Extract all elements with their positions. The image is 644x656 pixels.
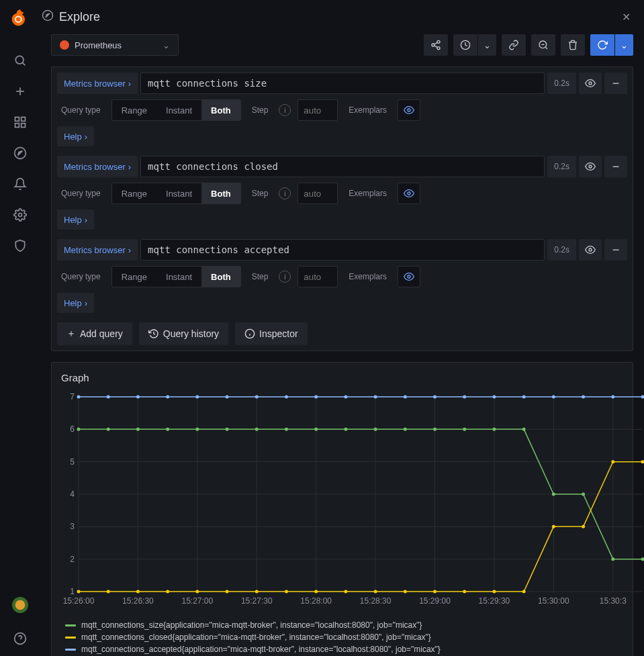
svg-point-77 bbox=[344, 428, 347, 431]
step-input[interactable] bbox=[297, 183, 338, 204]
help-icon[interactable] bbox=[7, 625, 34, 652]
svg-point-103 bbox=[522, 590, 526, 594]
remove-query-button[interactable]: − bbox=[604, 239, 627, 261]
legend-label: mqtt_connections_accepted{application="m… bbox=[81, 645, 441, 654]
svg-rect-8 bbox=[21, 124, 26, 128]
svg-point-120 bbox=[433, 395, 436, 399]
minus-icon: − bbox=[612, 244, 620, 256]
eye-icon bbox=[585, 161, 596, 172]
svg-text:15:29:00: 15:29:00 bbox=[419, 596, 451, 606]
query-type-option[interactable]: Instant bbox=[156, 100, 201, 120]
run-query-button[interactable] bbox=[590, 34, 614, 56]
run-interval-dropdown[interactable]: ⌄ bbox=[614, 34, 633, 56]
step-info-icon[interactable]: i bbox=[279, 187, 291, 199]
search-icon[interactable] bbox=[7, 47, 34, 74]
query-input[interactable] bbox=[140, 156, 545, 177]
svg-point-74 bbox=[255, 428, 259, 431]
legend-item[interactable]: mqtt_connections_accepted{application="m… bbox=[65, 643, 626, 655]
svg-point-124 bbox=[552, 395, 555, 399]
clear-button[interactable] bbox=[561, 34, 585, 56]
query-history-button[interactable]: Query history bbox=[139, 322, 228, 345]
svg-text:2: 2 bbox=[70, 555, 75, 564]
legend-label: mqtt_connections_closed{application="mic… bbox=[81, 632, 431, 642]
chart-area[interactable]: 123456715:26:0015:26:3015:27:0015:27:301… bbox=[58, 390, 626, 614]
svg-text:5: 5 bbox=[70, 457, 75, 467]
legend-item[interactable]: mqtt_connections_closed{application="mic… bbox=[65, 631, 626, 643]
zoom-out-button[interactable] bbox=[531, 34, 555, 56]
svg-point-93 bbox=[226, 590, 229, 594]
time-range-dropdown[interactable]: ⌄ bbox=[477, 34, 496, 56]
svg-point-82 bbox=[492, 428, 496, 431]
svg-point-25 bbox=[589, 82, 592, 85]
exemplars-toggle[interactable] bbox=[398, 99, 420, 121]
toggle-visibility-button[interactable] bbox=[579, 239, 602, 261]
metrics-browser-button[interactable]: Metrics browser› bbox=[57, 239, 138, 261]
close-icon[interactable]: ✕ bbox=[619, 8, 633, 26]
step-input[interactable] bbox=[297, 99, 338, 121]
step-info-icon[interactable]: i bbox=[279, 104, 291, 116]
shield-icon[interactable] bbox=[7, 232, 34, 259]
legend-item[interactable]: mqtt_connections_size{application="mica-… bbox=[65, 619, 626, 631]
svg-point-114 bbox=[255, 395, 259, 399]
svg-point-69 bbox=[107, 428, 110, 431]
explore-nav-icon[interactable] bbox=[7, 140, 34, 167]
exemplars-toggle[interactable] bbox=[398, 183, 420, 204]
metrics-browser-button[interactable]: Metrics browser› bbox=[57, 156, 138, 177]
svg-point-125 bbox=[582, 395, 585, 399]
help-button[interactable]: Help› bbox=[57, 126, 94, 146]
svg-point-85 bbox=[582, 493, 585, 496]
nav-sidebar bbox=[0, 0, 40, 656]
chevron-right-icon: › bbox=[128, 79, 131, 89]
query-type-option[interactable]: Range bbox=[112, 267, 156, 287]
svg-rect-7 bbox=[15, 124, 19, 128]
metrics-browser-button[interactable]: Metrics browser› bbox=[57, 73, 138, 94]
svg-point-26 bbox=[408, 109, 410, 111]
alerting-icon[interactable] bbox=[7, 171, 34, 197]
query-type-option[interactable]: Both bbox=[201, 267, 240, 287]
query-timing: 0.2s bbox=[547, 239, 576, 261]
step-input[interactable] bbox=[297, 266, 338, 287]
svg-point-83 bbox=[522, 428, 526, 431]
inspector-button[interactable]: Inspector bbox=[235, 322, 308, 345]
svg-point-106 bbox=[611, 460, 614, 463]
svg-point-107 bbox=[641, 460, 645, 463]
query-type-option[interactable]: Instant bbox=[156, 183, 201, 203]
time-range-button[interactable] bbox=[453, 34, 477, 56]
remove-query-button[interactable]: − bbox=[604, 73, 627, 94]
svg-point-87 bbox=[641, 557, 645, 561]
dashboards-icon[interactable] bbox=[7, 109, 34, 136]
user-avatar[interactable] bbox=[12, 597, 28, 613]
help-button[interactable]: Help› bbox=[57, 293, 94, 313]
datasource-name: Prometheus bbox=[75, 40, 122, 50]
queries-panel: Metrics browser› 0.2s − Query type Range… bbox=[51, 66, 633, 351]
svg-point-95 bbox=[285, 590, 288, 594]
exemplars-toggle[interactable] bbox=[398, 266, 420, 287]
grafana-logo-icon[interactable] bbox=[11, 8, 30, 27]
query-type-option[interactable]: Instant bbox=[156, 267, 201, 287]
svg-text:4: 4 bbox=[70, 489, 75, 499]
query-input[interactable] bbox=[140, 239, 545, 261]
help-button[interactable]: Help› bbox=[57, 209, 94, 230]
svg-point-99 bbox=[404, 590, 407, 594]
svg-point-109 bbox=[107, 395, 110, 399]
query-type-option[interactable]: Both bbox=[201, 100, 240, 120]
graph-panel: Graph 123456715:26:0015:26:3015:27:0015:… bbox=[51, 362, 633, 656]
link-button[interactable] bbox=[502, 34, 526, 56]
svg-point-72 bbox=[195, 428, 199, 431]
toggle-visibility-button[interactable] bbox=[579, 156, 602, 177]
query-type-option[interactable]: Both bbox=[201, 183, 240, 203]
query-input[interactable] bbox=[140, 73, 545, 94]
create-icon[interactable] bbox=[7, 78, 34, 105]
settings-gear-icon[interactable] bbox=[7, 201, 34, 228]
share-button[interactable] bbox=[424, 34, 448, 56]
svg-point-76 bbox=[314, 428, 318, 431]
datasource-picker[interactable]: Prometheus ⌄ bbox=[51, 34, 179, 56]
query-type-option[interactable]: Range bbox=[112, 183, 156, 203]
svg-rect-6 bbox=[21, 118, 26, 122]
toggle-visibility-button[interactable] bbox=[579, 73, 602, 94]
add-query-button[interactable]: ＋ Add query bbox=[57, 322, 132, 345]
query-type-option[interactable]: Range bbox=[112, 100, 156, 120]
remove-query-button[interactable]: − bbox=[604, 156, 627, 177]
step-info-icon[interactable]: i bbox=[279, 271, 291, 283]
svg-text:15:27:00: 15:27:00 bbox=[181, 596, 213, 606]
